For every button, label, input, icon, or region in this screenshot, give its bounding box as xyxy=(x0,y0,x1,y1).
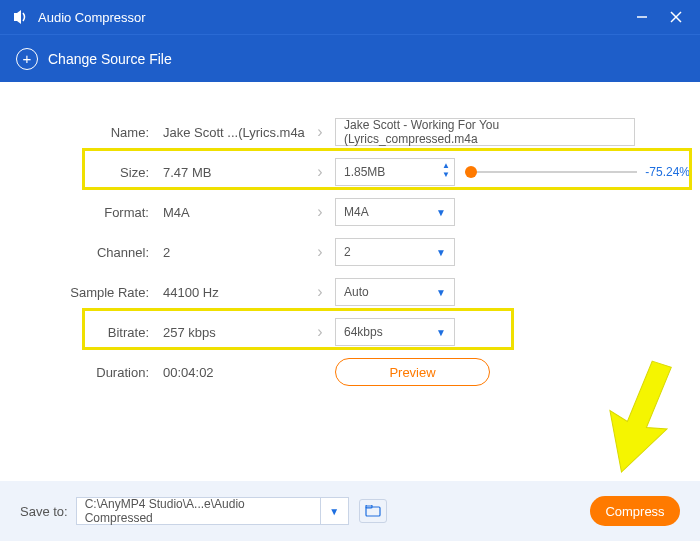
titlebar: Audio Compressor xyxy=(0,0,700,34)
target-bitrate-select[interactable]: 64kbps▼ xyxy=(335,318,455,346)
content-area: Name: Jake Scott ...(Lyrics.m4a › Jake S… xyxy=(0,82,700,481)
spinner-arrows-icon[interactable]: ▲▼ xyxy=(442,161,450,179)
row-name: Name: Jake Scott ...(Lyrics.m4a › Jake S… xyxy=(0,112,700,152)
row-sample-rate: Sample Rate: 44100 Hz › Auto▼ xyxy=(0,272,700,312)
label-sample-rate: Sample Rate: xyxy=(0,285,155,300)
chevron-right-icon: › xyxy=(305,163,335,181)
chevron-right-icon: › xyxy=(305,283,335,301)
row-size: Size: 7.47 MB › 1.85MB ▲▼ -75.24% xyxy=(0,152,700,192)
label-bitrate: Bitrate: xyxy=(0,325,155,340)
chevron-down-icon: ▼ xyxy=(436,207,446,218)
change-source-button[interactable]: Change Source File xyxy=(48,51,172,67)
chevron-down-icon: ▼ xyxy=(436,247,446,258)
add-icon[interactable]: + xyxy=(16,48,38,70)
row-channel: Channel: 2 › 2▼ xyxy=(0,232,700,272)
size-delta: -75.24% xyxy=(645,165,690,179)
label-name: Name: xyxy=(0,125,155,140)
label-size: Size: xyxy=(0,165,155,180)
save-path-input[interactable]: C:\AnyMP4 Studio\A...e\Audio Compressed xyxy=(76,497,321,525)
row-bitrate: Bitrate: 257 kbps › 64kbps▼ xyxy=(0,312,700,352)
original-sample-rate: 44100 Hz xyxy=(155,285,305,300)
browse-folder-button[interactable] xyxy=(359,499,387,523)
save-path-dropdown[interactable]: ▼ xyxy=(321,497,349,525)
original-bitrate: 257 kbps xyxy=(155,325,305,340)
label-channel: Channel: xyxy=(0,245,155,260)
target-format-select[interactable]: M4A▼ xyxy=(335,198,455,226)
window-title: Audio Compressor xyxy=(38,10,620,25)
target-size-spinner[interactable]: 1.85MB ▲▼ xyxy=(335,158,455,186)
original-format: M4A xyxy=(155,205,305,220)
chevron-down-icon: ▼ xyxy=(436,327,446,338)
size-slider[interactable] xyxy=(465,162,637,182)
chevron-right-icon: › xyxy=(305,123,335,141)
original-channel: 2 xyxy=(155,245,305,260)
chevron-right-icon: › xyxy=(305,243,335,261)
chevron-right-icon: › xyxy=(305,323,335,341)
save-to-label: Save to: xyxy=(20,504,68,519)
chevron-right-icon: › xyxy=(305,203,335,221)
row-duration: Duration: 00:04:02 › Preview xyxy=(0,352,700,392)
footer: Save to: C:\AnyMP4 Studio\A...e\Audio Co… xyxy=(0,481,700,541)
slider-thumb[interactable] xyxy=(465,166,477,178)
close-button[interactable] xyxy=(664,5,688,29)
original-name: Jake Scott ...(Lyrics.m4a xyxy=(155,125,305,140)
label-duration: Duration: xyxy=(0,365,155,380)
preview-button[interactable]: Preview xyxy=(335,358,490,386)
toolbar: + Change Source File xyxy=(0,34,700,82)
minimize-button[interactable] xyxy=(630,5,654,29)
target-name-input[interactable]: Jake Scott - Working For You (Lyrics_com… xyxy=(335,118,635,146)
original-duration: 00:04:02 xyxy=(155,365,305,380)
app-logo-icon xyxy=(12,8,30,26)
target-channel-select[interactable]: 2▼ xyxy=(335,238,455,266)
label-format: Format: xyxy=(0,205,155,220)
target-sample-rate-select[interactable]: Auto▼ xyxy=(335,278,455,306)
original-size: 7.47 MB xyxy=(155,165,305,180)
compress-button[interactable]: Compress xyxy=(590,496,680,526)
svg-rect-0 xyxy=(14,13,17,21)
row-format: Format: M4A › M4A▼ xyxy=(0,192,700,232)
chevron-down-icon: ▼ xyxy=(436,287,446,298)
